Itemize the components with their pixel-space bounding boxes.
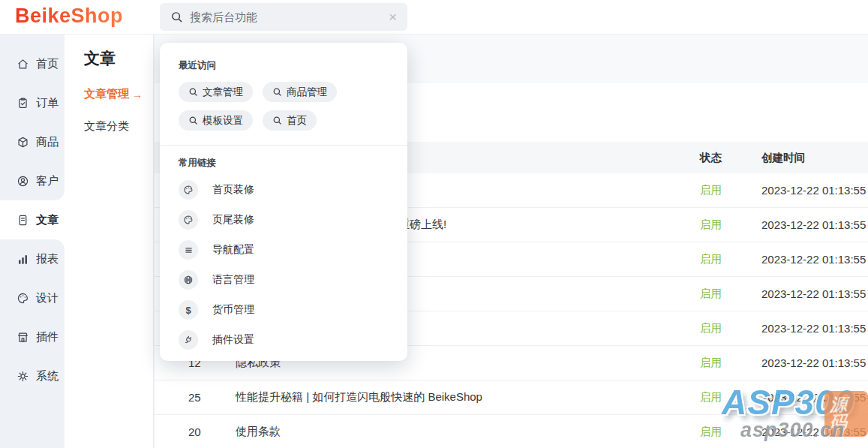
recent-chip-article-management[interactable]: 文章管理 [179,82,253,102]
sidebar-item-reports[interactable]: 报表 [0,239,65,278]
box-icon [17,136,29,149]
sidebar-item-label: 设计 [36,291,59,305]
sidebar-item-customers[interactable]: 客户 [0,161,65,200]
sidebar-item-label: 首页 [36,57,59,71]
link-plugin-settings[interactable]: 插件设置 [179,325,389,355]
sidebar-item-label: 客户 [36,174,59,188]
sidebar-item-label: 文章 [36,213,59,227]
status-badge: 启用 [700,287,761,301]
status-badge: 启用 [700,356,761,370]
sidebar-block-bottom: 报表 设计 插件 系统 [0,239,65,448]
common-links: 首页装修 页尾装修 导航配置 语言管理 $ 货币管理 插件设置 [179,175,389,355]
status-badge: 启用 [700,252,761,266]
document-icon [17,214,29,227]
sidebar-item-articles[interactable]: 文章 [0,200,65,239]
globe-icon [179,270,198,290]
recent-chips: 文章管理 商品管理 模板设置 首页 [179,82,389,131]
row-id: 20 [155,425,236,438]
sidebar-item-label: 报表 [36,252,59,266]
dollar-icon: $ [179,300,198,320]
bar-chart-icon [17,253,29,266]
search-icon [188,116,198,125]
plug-icon [179,330,198,350]
recent-chip-home[interactable]: 首页 [263,110,317,131]
search-dropdown-panel: 最近访问 文章管理 商品管理 模板设置 首页 常用链接 首页装修 页尾装修 [160,43,407,361]
sidebar-item-system[interactable]: 系统 [0,356,65,395]
common-links-label: 常用链接 [179,157,389,170]
sidebar-block-top: 首页 订单 商品 客户 [0,35,65,200]
search-icon [272,87,282,97]
gear-icon [17,370,29,383]
close-icon[interactable]: × [389,10,397,24]
submenu-item-label: 文章分类 [84,119,129,134]
row-created-time: 2023-12-22 01:13:55 [761,287,868,300]
link-language-management[interactable]: 语言管理 [179,265,389,295]
sidebar-item-label: 系统 [36,369,59,383]
row-id: 25 [155,391,236,404]
row-created-time: 2023-12-22 01:13:55 [761,184,868,197]
palette-icon [179,180,198,200]
top-header: BeikeShop × [0,0,868,35]
articles-submenu: 文章 文章管理 → 文章分类 [65,35,154,448]
link-home-decoration[interactable]: 首页装修 [179,175,389,205]
search-icon [272,116,282,125]
palette-icon [179,210,198,230]
chip-label: 首页 [287,114,307,128]
sidebar-item-label: 插件 [36,330,59,344]
clipboard-icon [17,97,29,110]
palette-icon [17,292,29,305]
link-label: 插件设置 [212,333,254,347]
status-badge: 启用 [700,321,761,335]
main-sidebar: 首页 订单 商品 客户 文章 报表 设计 插件 [0,35,65,448]
row-title: 使用条款 [236,425,700,439]
row-created-time: 2023-12-22 01:13:55 [761,322,868,335]
sidebar-item-design[interactable]: 设计 [0,278,65,317]
search-input[interactable] [190,11,382,23]
submenu-item-article-management[interactable]: 文章管理 → [84,87,143,101]
submenu-title: 文章 [84,48,153,69]
arrow-right-icon: → [132,89,143,101]
link-footer-decoration[interactable]: 页尾装修 [179,205,389,235]
app-logo: BeikeShop [15,5,123,28]
watermark-site: asp300.cn [740,419,845,442]
column-header-status: 状态 [700,151,761,165]
chip-label: 文章管理 [203,86,243,99]
column-header-created: 创建时间 [761,151,868,165]
link-label: 导航配置 [212,243,254,257]
sidebar-item-plugins[interactable]: 插件 [0,317,65,356]
menu-lines-icon [179,240,198,260]
recent-chip-template-settings[interactable]: 模板设置 [179,110,253,131]
link-label: 货币管理 [212,303,254,317]
sidebar-item-label: 商品 [36,135,59,149]
search-icon [188,87,198,97]
row-created-time: 2023-12-22 01:13:55 [761,356,868,369]
row-title: 性能提升秘籍 | 如何打造闪电般快速的 BeikeShop [236,390,700,404]
home-icon [17,58,29,71]
chip-label: 商品管理 [287,86,327,99]
recent-chip-product-management[interactable]: 商品管理 [263,82,337,102]
global-search[interactable]: × [160,3,407,31]
sidebar-item-orders[interactable]: 订单 [0,83,65,122]
recent-visits-label: 最近访问 [179,59,389,72]
submenu-item-label: 文章管理 [84,87,129,101]
sidebar-item-label: 订单 [36,96,59,110]
sidebar-item-products[interactable]: 商品 [0,122,65,161]
row-created-time: 2023-12-22 01:13:55 [761,218,868,231]
status-badge: 启用 [700,218,761,232]
user-icon [17,175,29,188]
submenu-item-article-categories[interactable]: 文章分类 [84,119,143,134]
link-navigation-config[interactable]: 导航配置 [179,235,389,265]
store-icon [17,331,29,344]
row-created-time: 2023-12-22 01:13:55 [761,253,868,266]
link-label: 语言管理 [212,273,254,287]
search-icon [170,11,183,23]
sidebar-item-home[interactable]: 首页 [0,44,65,83]
link-currency-management[interactable]: $ 货币管理 [179,295,389,325]
status-badge: 启用 [700,183,761,197]
link-label: 首页装修 [212,183,254,197]
divider [160,145,407,146]
link-label: 页尾装修 [212,213,254,227]
chip-label: 模板设置 [203,114,243,128]
